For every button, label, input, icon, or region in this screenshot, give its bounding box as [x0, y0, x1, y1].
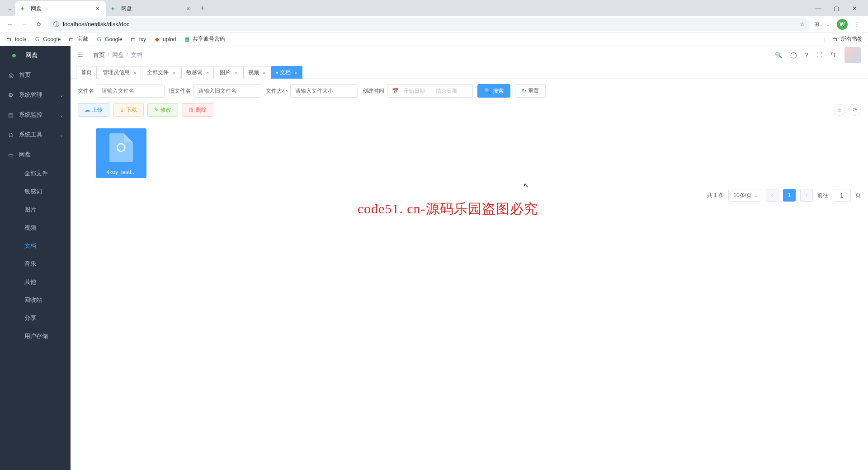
prev-page-button[interactable]: ‹ — [766, 189, 778, 202]
sidebar-item-home[interactable]: ◎首页 — [0, 65, 71, 85]
close-icon[interactable]: × — [206, 70, 209, 75]
bookmark-item[interactable]: ◆uplod — [153, 36, 176, 43]
tab-all-files[interactable]: 全部文件× — [142, 66, 180, 79]
menu-icon[interactable]: ⋮ — [854, 21, 860, 28]
all-bookmarks-button[interactable]: 🗀所有书签 — [831, 35, 863, 43]
tab-home[interactable]: 首页 — [76, 66, 97, 79]
collapse-icon[interactable]: ☰ — [78, 52, 87, 58]
goto-input[interactable] — [833, 189, 851, 202]
google-icon: G — [95, 36, 103, 43]
filename-input[interactable] — [97, 84, 165, 98]
site-info-icon[interactable]: ⓘ — [53, 20, 59, 28]
download-icon[interactable]: ⤓ — [826, 21, 830, 28]
bookmark-item[interactable]: GGoogle — [33, 36, 61, 43]
sidebar-sub-all[interactable]: 全部文件 — [0, 164, 71, 183]
refresh-icon: ↻ — [522, 88, 526, 94]
bookmark-item[interactable]: ▦共享账号密码 — [183, 35, 225, 43]
topbar: ☰ 首页 / 网盘 / 文档 🔍 ◯ ? ⛶ ᵀT — [71, 46, 868, 64]
app-logo[interactable]: 网盘 — [0, 46, 71, 65]
browser-tab[interactable]: ✦ 网盘 × — [15, 1, 106, 16]
search-button[interactable]: 🔍搜索 — [477, 84, 510, 98]
folder-icon: 🗀 — [5, 36, 13, 43]
browser-tab-strip: ⌄ ✦ 网盘 × ✦ 网盘 × + — ▢ ✕ — [0, 0, 868, 16]
close-icon[interactable]: × — [172, 70, 175, 75]
profile-avatar[interactable]: W — [837, 19, 848, 30]
breadcrumb-item[interactable]: 网盘 — [112, 51, 124, 59]
sidebar-sub-share[interactable]: 分享 — [0, 309, 71, 327]
delete-button[interactable]: 🗑删除 — [182, 103, 213, 117]
user-avatar[interactable] — [844, 47, 861, 63]
bookmark-item[interactable]: 🗀txy — [130, 36, 146, 43]
size-input[interactable] — [290, 84, 358, 98]
sidebar-item-system-manage[interactable]: ⚙系统管理⌄ — [0, 85, 71, 105]
sidebar-sub-music[interactable]: 音乐 — [0, 255, 71, 273]
url-input[interactable]: ⓘ localhost/netdisk/disk/doc ☆ — [48, 18, 811, 31]
bookmark-item[interactable]: GGoogle — [95, 36, 123, 43]
tab-video[interactable]: 视频× — [243, 66, 270, 79]
close-icon[interactable]: × — [234, 70, 237, 75]
tab-admin-info[interactable]: 管理员信息× — [98, 66, 141, 79]
chevron-down-icon: ⌄ — [60, 132, 63, 137]
tab-image[interactable]: 图片× — [215, 66, 242, 79]
next-page-button[interactable]: › — [800, 189, 813, 202]
upload-icon: ◆ — [153, 36, 160, 43]
font-size-icon[interactable]: ᵀT — [830, 52, 836, 58]
star-icon[interactable]: ☆ — [800, 21, 805, 28]
download-button[interactable]: ⤓下载 — [113, 103, 144, 117]
size-label: 文件大小 — [266, 87, 288, 95]
search-icon: 🔍 — [484, 88, 491, 94]
tab-sensitive[interactable]: 敏感词× — [181, 66, 214, 79]
created-label: 创建时间 — [363, 87, 384, 95]
sidebar-item-system-monitor[interactable]: ▤系统监控⌄ — [0, 105, 71, 125]
back-icon[interactable]: ← — [5, 19, 15, 30]
sidebar-sub-image[interactable]: 图片 — [0, 201, 71, 219]
oldname-input[interactable] — [193, 84, 261, 98]
chevron-down-icon: ⌄ — [60, 93, 63, 98]
browser-tab[interactable]: ✦ 网盘 × — [106, 1, 196, 16]
bookmark-item[interactable]: 🗀tools — [5, 36, 26, 43]
forward-icon[interactable]: → — [19, 19, 30, 30]
sidebar-sub-storage[interactable]: 用户存储 — [0, 327, 71, 345]
close-icon[interactable]: × — [133, 70, 136, 75]
modify-button[interactable]: ✎修改 — [147, 103, 178, 117]
refresh-button[interactable]: ⟳ — [849, 104, 861, 116]
bookmark-item[interactable]: 🗀宝藏 — [68, 35, 88, 43]
reset-button[interactable]: ↻重置 — [515, 84, 546, 98]
reload-icon[interactable]: ⟳ — [33, 19, 44, 30]
sidebar-sub-video[interactable]: 视频 — [0, 219, 71, 237]
hide-search-button[interactable]: ⦶ — [834, 104, 845, 116]
upload-button[interactable]: ☁上传 — [78, 103, 109, 117]
sidebar-sub-document[interactable]: 文档 — [0, 237, 71, 255]
date-range-input[interactable]: 📅 开始日期 - 结束日期 — [387, 84, 473, 98]
tab-document[interactable]: 文档× — [271, 66, 302, 79]
close-icon[interactable]: × — [94, 5, 101, 12]
page-size-select[interactable]: 10条/页 — [728, 189, 761, 202]
sidebar-item-system-tools[interactable]: 🗋系统工具⌄ — [0, 125, 71, 145]
url-text: localhost/netdisk/disk/doc — [63, 21, 129, 28]
new-tab-button[interactable]: + — [196, 2, 209, 14]
sidebar-sub-recycle[interactable]: 回收站 — [0, 291, 71, 309]
breadcrumb-item[interactable]: 首页 — [93, 51, 105, 59]
breadcrumb-item: 文档 — [131, 51, 142, 59]
help-icon[interactable]: ? — [805, 52, 808, 58]
extensions-icon[interactable]: ⊞ — [814, 21, 819, 28]
tab-dropdown-icon[interactable]: ⌄ — [4, 2, 15, 14]
github-icon[interactable]: ◯ — [790, 52, 797, 58]
active-dot-icon — [276, 72, 278, 74]
breadcrumb: 首页 / 网盘 / 文档 — [93, 51, 142, 59]
sidebar-sub-other[interactable]: 其他 — [0, 273, 71, 291]
sidebar-sub-sensitive[interactable]: 敏感词 — [0, 183, 71, 201]
page-number-button[interactable]: 1 — [783, 189, 796, 202]
file-item[interactable]: O 4koy_testf... — [96, 128, 146, 178]
minimize-icon[interactable]: — — [814, 4, 823, 13]
close-icon[interactable]: × — [184, 5, 192, 12]
sidebar-item-netdisk[interactable]: ▭网盘 — [0, 145, 71, 164]
pagination: 共 1 条 10条/页 ‹ 1 › 前往 页 — [78, 189, 861, 202]
window-close-icon[interactable]: ✕ — [850, 4, 859, 13]
close-icon[interactable]: × — [294, 70, 297, 75]
folder-icon: 🗀 — [68, 36, 75, 43]
fullscreen-icon[interactable]: ⛶ — [816, 52, 822, 58]
search-icon[interactable]: 🔍 — [775, 52, 782, 58]
close-icon[interactable]: × — [263, 70, 265, 75]
maximize-icon[interactable]: ▢ — [832, 4, 841, 13]
